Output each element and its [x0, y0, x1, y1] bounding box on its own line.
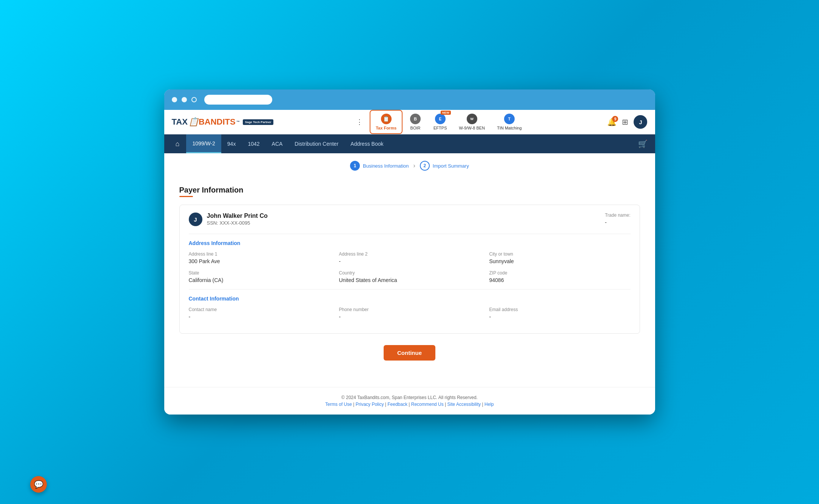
- main-content: Payer Information J John Walker Print Co…: [164, 178, 655, 387]
- step-2: 2 Import Summary: [420, 161, 469, 171]
- email-value: -: [489, 314, 631, 320]
- continue-wrapper: Continue: [179, 334, 640, 372]
- trade-name-label: Trade name:: [605, 213, 631, 218]
- grid-apps-icon[interactable]: ⊞: [622, 117, 628, 126]
- payer-info-title: Payer Information: [179, 186, 640, 194]
- payer-name: John Walker Print Co: [207, 213, 268, 219]
- phone-field: Phone number -: [339, 307, 480, 320]
- logo-tm: ™: [236, 120, 240, 124]
- address-fields-row2: State California (CA) Country United Sta…: [189, 270, 631, 283]
- notification-count: 9: [612, 116, 618, 122]
- phone-value: -: [339, 314, 480, 320]
- sidebar-item-distribution-center[interactable]: Distribution Center: [288, 134, 344, 153]
- help-link[interactable]: Help: [484, 402, 494, 407]
- contact-name-label: Contact name: [189, 307, 330, 312]
- address-section-title: Address Information: [189, 240, 631, 246]
- contact-fields: Contact name - Phone number - Email addr…: [189, 307, 631, 320]
- chat-button[interactable]: 💬: [30, 476, 47, 493]
- trade-name-section: Trade name: -: [605, 213, 631, 225]
- address-line1-label: Address line 1: [189, 251, 330, 257]
- logo-area: TAX 📋BANDITS ™ Sage Tech Partner: [172, 117, 274, 127]
- tab-boir[interactable]: B BOIR: [404, 111, 427, 133]
- logo: TAX 📋BANDITS ™: [172, 117, 240, 127]
- tin-icon: T: [504, 114, 515, 124]
- top-nav-right: 🔔 9 ⊞ J: [607, 115, 647, 129]
- user-avatar[interactable]: J: [634, 115, 647, 129]
- top-nav-center: ⋮ 📋 Tax Forms B BOIR E NEW E: [354, 110, 527, 134]
- tab-boir-label: BOIR: [410, 126, 421, 130]
- home-button[interactable]: ⌂: [172, 138, 184, 150]
- step-1: 1 Business Information: [350, 161, 409, 171]
- tab-tax-forms[interactable]: 📋 Tax Forms: [370, 110, 403, 134]
- sidebar-item-94x[interactable]: 94x: [221, 134, 242, 153]
- window-close-dot[interactable]: [172, 97, 177, 102]
- cart-area: 🛒: [638, 139, 648, 148]
- tab-w9w8ben[interactable]: W W-9/W-8 BEN: [453, 111, 490, 133]
- state-value: California (CA): [189, 277, 330, 283]
- nav-more-button[interactable]: ⋮: [354, 116, 365, 128]
- w9-icon: W: [467, 114, 477, 124]
- recommend-link[interactable]: Recommend Us: [411, 402, 444, 407]
- sidebar-item-1042[interactable]: 1042: [242, 134, 265, 153]
- payer-info-block: John Walker Print Co SSN: XXX-XX-0095: [207, 213, 268, 226]
- tab-eftps-label: EFTPS: [433, 126, 447, 130]
- stepper-arrow: ›: [413, 162, 415, 169]
- contact-section-title: Contact Information: [189, 296, 631, 302]
- browser-titlebar: [164, 89, 655, 110]
- tab-eftps[interactable]: E NEW EFTPS: [428, 111, 452, 133]
- boir-icon: B: [410, 114, 421, 124]
- cart-icon[interactable]: 🛒: [638, 139, 648, 148]
- tax-forms-icon: 📋: [381, 114, 392, 124]
- sidebar-item-1099w2[interactable]: 1099/W-2: [186, 134, 221, 153]
- email-field: Email address -: [489, 307, 631, 320]
- payer-header: J John Walker Print Co SSN: XXX-XX-0095 …: [189, 213, 631, 226]
- tab-tin-matching[interactable]: T TIN Matching: [492, 111, 527, 133]
- address-line2-field: Address line 2 -: [339, 251, 480, 264]
- payer-avatar: J: [189, 213, 202, 226]
- feedback-link[interactable]: Feedback: [387, 402, 407, 407]
- trade-name-value: -: [605, 219, 631, 225]
- browser-window: TAX 📋BANDITS ™ Sage Tech Partner ⋮ 📋 Tax…: [164, 89, 655, 415]
- state-label: State: [189, 270, 330, 276]
- stepper: 1 Business Information › 2 Import Summar…: [164, 153, 655, 178]
- sidebar-item-aca[interactable]: ACA: [266, 134, 289, 153]
- tab-tin-label: TIN Matching: [497, 126, 521, 130]
- address-fields-row1: Address line 1 300 Park Ave Address line…: [189, 251, 631, 264]
- privacy-link[interactable]: Privacy Policy: [356, 402, 384, 407]
- city-field: City or town Sunnyvale: [489, 251, 631, 264]
- accessibility-link[interactable]: Site Accessibility: [447, 402, 481, 407]
- email-label: Email address: [489, 307, 631, 312]
- window-minimize-dot[interactable]: [182, 97, 187, 102]
- contact-name-value: -: [189, 314, 330, 320]
- terms-link[interactable]: Terms of Use: [325, 402, 352, 407]
- tech-partner-badge: Sage Tech Partner: [243, 119, 274, 125]
- step-2-label: Import Summary: [433, 163, 469, 169]
- payer-card: J John Walker Print Co SSN: XXX-XX-0095 …: [179, 205, 640, 334]
- url-bar[interactable]: [204, 95, 272, 105]
- zip-field: ZIP code 94086: [489, 270, 631, 283]
- tab-w9-label: W-9/W-8 BEN: [459, 126, 485, 130]
- window-maximize-dot[interactable]: [191, 97, 197, 102]
- zip-label: ZIP code: [489, 270, 631, 276]
- top-nav: TAX 📋BANDITS ™ Sage Tech Partner ⋮ 📋 Tax…: [164, 110, 655, 134]
- continue-button[interactable]: Continue: [384, 345, 435, 361]
- logo-bandits: 📋BANDITS: [188, 117, 236, 127]
- divider-1: [189, 234, 631, 234]
- phone-label: Phone number: [339, 307, 480, 312]
- app-container: TAX 📋BANDITS ™ Sage Tech Partner ⋮ 📋 Tax…: [164, 110, 655, 415]
- logo-tax: TAX: [172, 117, 188, 127]
- city-label: City or town: [489, 251, 631, 257]
- notification-button[interactable]: 🔔 9: [607, 117, 617, 126]
- country-field: Country United States of America: [339, 270, 480, 283]
- secondary-nav: ⌂ 1099/W-2 94x 1042 ACA Distribution Cen…: [164, 134, 655, 153]
- footer-copyright: © 2024 TaxBandits.com, Span Enterprises …: [172, 395, 648, 400]
- payer-ssn: SSN: XXX-XX-0095: [207, 220, 268, 226]
- step-2-circle: 2: [420, 161, 430, 171]
- step-1-label: Business Information: [363, 163, 409, 169]
- zip-value: 94086: [489, 277, 631, 283]
- country-value: United States of America: [339, 277, 480, 283]
- title-underline: [179, 196, 193, 197]
- footer-links: Terms of Use | Privacy Policy | Feedback…: [172, 402, 648, 407]
- sidebar-item-address-book[interactable]: Address Book: [344, 134, 389, 153]
- address-line2-value: -: [339, 258, 480, 264]
